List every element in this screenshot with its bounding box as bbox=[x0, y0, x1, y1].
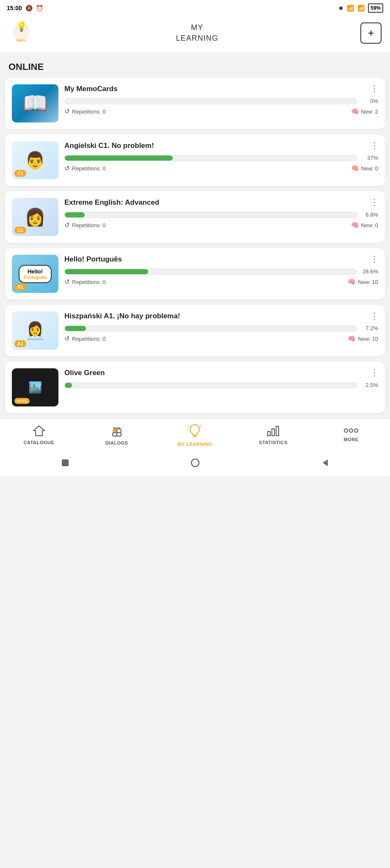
status-left: 15:00 🔕 ⏰ bbox=[7, 5, 43, 11]
progress-pct-hiszpanski: 7.2% bbox=[360, 325, 378, 331]
progress-row-angielski: 37% bbox=[64, 155, 378, 161]
repetitions-hello: ↺ Repetitions: 0 bbox=[64, 278, 106, 286]
brain-icon-hiszpanski: 🧠 bbox=[348, 335, 356, 342]
course-card-extreme[interactable]: 👩 C1 Extreme English: Advanced ⋮ 6.8% ↺ bbox=[5, 191, 385, 243]
svg-rect-20 bbox=[62, 459, 69, 466]
course-card-hello[interactable]: Hello! Português A1 Hello! Português ⋮ 2… bbox=[5, 248, 385, 300]
more-icon bbox=[343, 428, 359, 435]
brain-icon-hello: 🧠 bbox=[348, 278, 356, 286]
wifi-icon: 📶 bbox=[357, 5, 365, 11]
progress-bar-fill-olive bbox=[65, 383, 72, 388]
new-items-hiszpanski: 🧠 New: 10 bbox=[348, 335, 378, 342]
course-title-hello: Hello! Português bbox=[64, 255, 370, 264]
progress-pct-hello: 28.6% bbox=[360, 268, 378, 275]
progress-bar-bg-olive bbox=[64, 382, 357, 388]
repetitions-angielski: ↺ Repetitions: 0 bbox=[64, 164, 106, 172]
progress-bar-bg-extreme bbox=[64, 212, 357, 218]
bottom-nav: CATALOGUE RPG DIALOGS bbox=[0, 418, 390, 449]
bluetooth-icon: ∗ bbox=[338, 5, 343, 11]
progress-bar-fill-hello bbox=[65, 269, 148, 274]
progress-bar-bg-memocard bbox=[64, 98, 357, 104]
course-content-extreme: Extreme English: Advanced ⋮ 6.8% ↺ Repet… bbox=[64, 198, 378, 229]
course-content-angielski: Angielski C1. No problem! ⋮ 37% ↺ Repeti… bbox=[64, 141, 378, 172]
catalogue-icon bbox=[33, 425, 45, 438]
course-content-memocard: My MemoCards ⋮ 0% ↺ Repetitions: 0 🧠 bbox=[64, 84, 378, 115]
svg-marker-3 bbox=[33, 426, 44, 436]
course-header-angielski: Angielski C1. No problem! ⋮ bbox=[64, 141, 378, 150]
sys-square-btn[interactable] bbox=[58, 455, 73, 470]
svg-rect-7 bbox=[117, 433, 121, 436]
courses-list: 📖 My MemoCards ⋮ 0% ↺ Repetitions: 0 bbox=[0, 78, 390, 418]
nav-statistics[interactable]: STATISTICS bbox=[256, 425, 290, 445]
more-button-memocard[interactable]: ⋮ bbox=[370, 84, 378, 93]
more-button-olive[interactable]: ⋮ bbox=[370, 368, 378, 377]
add-button[interactable]: + bbox=[360, 22, 382, 44]
course-stats-hiszpanski: ↺ Repetitions: 0 🧠 New: 10 bbox=[64, 335, 378, 342]
new-items-memocard: 🧠 New: 2 bbox=[351, 108, 378, 115]
more-button-hiszpanski[interactable]: ⋮ bbox=[370, 312, 378, 320]
progress-row-olive: 2.5% bbox=[64, 382, 378, 388]
battery-indicator: 59% bbox=[368, 3, 383, 13]
svg-rect-6 bbox=[113, 433, 117, 436]
svg-text:RPG: RPG bbox=[113, 426, 120, 430]
svg-point-19 bbox=[354, 429, 358, 432]
more-button-angielski[interactable]: ⋮ bbox=[370, 141, 378, 150]
sys-circle-btn[interactable] bbox=[188, 455, 203, 470]
course-header-olive: Olive Green ⋮ bbox=[64, 368, 378, 378]
course-thumb-hiszpanski: 👩‍💼 A1 bbox=[12, 312, 58, 350]
course-title-olive: Olive Green bbox=[64, 368, 370, 378]
status-time: 15:00 bbox=[7, 5, 22, 11]
more-button-extreme[interactable]: ⋮ bbox=[370, 198, 378, 206]
status-right: ∗ 📶 📶 59% bbox=[338, 3, 383, 13]
status-bar: 15:00 🔕 ⏰ ∗ 📶 📶 59% bbox=[0, 0, 390, 16]
svg-rect-15 bbox=[272, 429, 274, 436]
course-card-angielski[interactable]: 👨 C1 Angielski C1. No problem! ⋮ 37% ↺ bbox=[5, 134, 385, 186]
progress-row-extreme: 6.8% bbox=[64, 211, 378, 218]
app-logo: 💡 learn bbox=[8, 20, 34, 46]
progress-bar-fill-hiszpanski bbox=[65, 326, 86, 331]
progress-bar-fill-angielski bbox=[65, 156, 173, 161]
course-header-hello: Hello! Português ⋮ bbox=[64, 255, 378, 264]
notification-off-icon: 🔕 bbox=[25, 5, 33, 11]
header-title: MY LEARNING bbox=[176, 22, 218, 44]
level-badge-olive: A1·C1 bbox=[14, 398, 30, 404]
course-stats-hello: ↺ Repetitions: 0 🧠 New: 10 bbox=[64, 278, 378, 286]
course-card-olive[interactable]: 🏙️ A1·C1 Olive Green ⋮ 2.5% bbox=[5, 362, 385, 413]
progress-bar-bg-angielski bbox=[64, 155, 357, 161]
level-badge-angielski: C1 bbox=[14, 170, 26, 177]
alarm-icon: ⏰ bbox=[36, 5, 43, 11]
course-stats-memocard: ↺ Repetitions: 0 🧠 New: 2 bbox=[64, 108, 378, 115]
progress-row-memocard: 0% bbox=[64, 98, 378, 104]
course-card-hiszpanski[interactable]: 👩‍💼 A1 Hiszpański A1. ¡No hay problema! … bbox=[5, 305, 385, 356]
repeat-icon-angielski: ↺ bbox=[64, 164, 70, 172]
nav-catalogue[interactable]: CATALOGUE bbox=[22, 425, 56, 445]
nav-label-statistics: STATISTICS bbox=[259, 440, 288, 445]
mylearning-icon bbox=[187, 423, 202, 440]
nav-mylearning[interactable]: MY LEARNING bbox=[177, 423, 212, 447]
repeat-icon-memocard: ↺ bbox=[64, 108, 70, 115]
brain-icon-memocard: 🧠 bbox=[351, 108, 359, 115]
repetitions-hiszpanski: ↺ Repetitions: 0 bbox=[64, 335, 106, 342]
course-thumb-hello: Hello! Português A1 bbox=[12, 255, 58, 293]
course-card-memocard[interactable]: 📖 My MemoCards ⋮ 0% ↺ Repetitions: 0 bbox=[5, 78, 385, 129]
course-header-extreme: Extreme English: Advanced ⋮ bbox=[64, 198, 378, 207]
course-thumb-memocard: 📖 bbox=[12, 84, 58, 122]
nav-more[interactable]: MORE bbox=[334, 428, 368, 442]
more-button-hello[interactable]: ⋮ bbox=[370, 255, 378, 263]
nav-dialogs[interactable]: RPG DIALOGS bbox=[100, 424, 134, 445]
course-content-hello: Hello! Português ⋮ 28.6% ↺ Repetitions: … bbox=[64, 255, 378, 286]
course-thumb-extreme: 👩 C1 bbox=[12, 198, 58, 236]
course-header-memocard: My MemoCards ⋮ bbox=[64, 84, 378, 94]
new-items-angielski: 🧠 New: 0 bbox=[351, 164, 378, 172]
svg-rect-16 bbox=[276, 426, 279, 436]
level-badge-hello: A1 bbox=[14, 284, 26, 290]
sys-back-btn[interactable] bbox=[318, 455, 333, 470]
nav-label-catalogue: CATALOGUE bbox=[24, 440, 55, 445]
repetitions-memocard: ↺ Repetitions: 0 bbox=[64, 108, 106, 115]
course-content-hiszpanski: Hiszpański A1. ¡No hay problema! ⋮ 7.2% … bbox=[64, 312, 378, 342]
progress-bar-bg-hello bbox=[64, 269, 357, 275]
course-header-hiszpanski: Hiszpański A1. ¡No hay problema! ⋮ bbox=[64, 312, 378, 321]
svg-point-21 bbox=[191, 459, 199, 467]
new-items-hello: 🧠 New: 10 bbox=[348, 278, 378, 286]
svg-point-18 bbox=[349, 429, 353, 432]
